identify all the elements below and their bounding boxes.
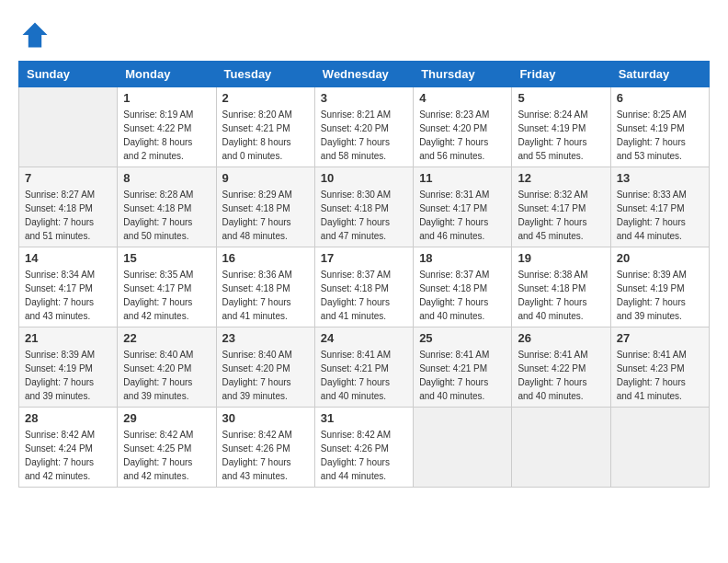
calendar-cell: 14Sunrise: 8:34 AM Sunset: 4:17 PM Dayli… [19, 247, 118, 327]
day-number: 28 [25, 411, 111, 425]
calendar-cell: 25Sunrise: 8:41 AM Sunset: 4:21 PM Dayli… [414, 327, 512, 408]
column-header-thursday: Thursday [414, 62, 512, 87]
day-number: 13 [617, 171, 703, 185]
day-info: Sunrise: 8:41 AM Sunset: 4:21 PM Dayligh… [321, 348, 407, 403]
day-number: 8 [123, 171, 210, 185]
day-info: Sunrise: 8:42 AM Sunset: 4:26 PM Dayligh… [321, 428, 407, 483]
day-info: Sunrise: 8:41 AM Sunset: 4:22 PM Dayligh… [518, 348, 604, 403]
calendar-cell: 6Sunrise: 8:25 AM Sunset: 4:19 PM Daylig… [610, 87, 709, 167]
day-info: Sunrise: 8:40 AM Sunset: 4:20 PM Dayligh… [222, 348, 309, 403]
day-number: 9 [222, 171, 309, 185]
column-header-monday: Monday [118, 62, 216, 87]
calendar-cell: 31Sunrise: 8:42 AM Sunset: 4:26 PM Dayli… [314, 408, 413, 488]
day-number: 31 [321, 411, 407, 425]
day-number: 16 [222, 251, 309, 265]
day-info: Sunrise: 8:25 AM Sunset: 4:19 PM Dayligh… [617, 108, 703, 163]
calendar-cell: 5Sunrise: 8:24 AM Sunset: 4:19 PM Daylig… [512, 87, 610, 167]
calendar-cell [19, 87, 118, 167]
column-header-wednesday: Wednesday [314, 62, 413, 87]
calendar-cell: 2Sunrise: 8:20 AM Sunset: 4:21 PM Daylig… [216, 87, 314, 167]
calendar-cell: 29Sunrise: 8:42 AM Sunset: 4:25 PM Dayli… [118, 408, 216, 488]
column-header-saturday: Saturday [610, 62, 709, 87]
day-info: Sunrise: 8:28 AM Sunset: 4:18 PM Dayligh… [123, 188, 210, 243]
day-info: Sunrise: 8:40 AM Sunset: 4:20 PM Dayligh… [123, 348, 210, 403]
day-info: Sunrise: 8:42 AM Sunset: 4:24 PM Dayligh… [25, 428, 111, 483]
calendar-cell: 22Sunrise: 8:40 AM Sunset: 4:20 PM Dayli… [118, 327, 216, 408]
day-info: Sunrise: 8:29 AM Sunset: 4:18 PM Dayligh… [222, 188, 309, 243]
day-number: 30 [222, 411, 309, 425]
day-number: 19 [518, 251, 604, 265]
calendar-cell [610, 408, 709, 488]
calendar-cell: 12Sunrise: 8:32 AM Sunset: 4:17 PM Dayli… [512, 167, 610, 247]
day-number: 15 [123, 251, 210, 265]
calendar-cell [512, 408, 610, 488]
day-info: Sunrise: 8:38 AM Sunset: 4:18 PM Dayligh… [518, 268, 604, 323]
calendar-cell: 8Sunrise: 8:28 AM Sunset: 4:18 PM Daylig… [118, 167, 216, 247]
day-number: 1 [123, 91, 210, 105]
day-number: 23 [222, 331, 309, 345]
day-number: 6 [617, 91, 703, 105]
day-number: 29 [123, 411, 210, 425]
calendar-cell: 26Sunrise: 8:41 AM Sunset: 4:22 PM Dayli… [512, 327, 610, 408]
day-number: 11 [419, 171, 506, 185]
day-number: 14 [25, 251, 111, 265]
calendar-table: SundayMondayTuesdayWednesdayThursdayFrid… [18, 61, 710, 488]
day-info: Sunrise: 8:41 AM Sunset: 4:23 PM Dayligh… [617, 348, 703, 403]
calendar-cell: 30Sunrise: 8:42 AM Sunset: 4:26 PM Dayli… [216, 408, 314, 488]
day-number: 21 [25, 331, 111, 345]
day-number: 24 [321, 331, 407, 345]
day-number: 4 [419, 91, 506, 105]
calendar-cell: 4Sunrise: 8:23 AM Sunset: 4:20 PM Daylig… [414, 87, 512, 167]
day-info: Sunrise: 8:19 AM Sunset: 4:22 PM Dayligh… [123, 108, 210, 163]
day-info: Sunrise: 8:32 AM Sunset: 4:17 PM Dayligh… [518, 188, 604, 243]
calendar-cell: 11Sunrise: 8:31 AM Sunset: 4:17 PM Dayli… [414, 167, 512, 247]
day-info: Sunrise: 8:20 AM Sunset: 4:21 PM Dayligh… [222, 108, 309, 163]
column-header-tuesday: Tuesday [216, 62, 314, 87]
day-info: Sunrise: 8:37 AM Sunset: 4:18 PM Dayligh… [321, 268, 407, 323]
calendar-cell: 24Sunrise: 8:41 AM Sunset: 4:21 PM Dayli… [314, 327, 413, 408]
day-number: 12 [518, 171, 604, 185]
calendar-cell: 21Sunrise: 8:39 AM Sunset: 4:19 PM Dayli… [19, 327, 118, 408]
day-number: 18 [419, 251, 506, 265]
day-info: Sunrise: 8:37 AM Sunset: 4:18 PM Dayligh… [419, 268, 506, 323]
logo-icon [18, 18, 51, 52]
day-info: Sunrise: 8:24 AM Sunset: 4:19 PM Dayligh… [518, 108, 604, 163]
calendar-cell: 20Sunrise: 8:39 AM Sunset: 4:19 PM Dayli… [610, 247, 709, 327]
logo [18, 18, 55, 52]
day-info: Sunrise: 8:33 AM Sunset: 4:17 PM Dayligh… [617, 188, 703, 243]
day-number: 2 [222, 91, 309, 105]
calendar-week-row: 1Sunrise: 8:19 AM Sunset: 4:22 PM Daylig… [19, 87, 710, 167]
calendar-header-row: SundayMondayTuesdayWednesdayThursdayFrid… [19, 62, 710, 87]
calendar-cell: 15Sunrise: 8:35 AM Sunset: 4:17 PM Dayli… [118, 247, 216, 327]
day-info: Sunrise: 8:31 AM Sunset: 4:17 PM Dayligh… [419, 188, 506, 243]
day-info: Sunrise: 8:36 AM Sunset: 4:18 PM Dayligh… [222, 268, 309, 323]
day-info: Sunrise: 8:21 AM Sunset: 4:20 PM Dayligh… [321, 108, 407, 163]
calendar-week-row: 21Sunrise: 8:39 AM Sunset: 4:19 PM Dayli… [19, 327, 710, 408]
day-info: Sunrise: 8:39 AM Sunset: 4:19 PM Dayligh… [617, 268, 703, 323]
day-info: Sunrise: 8:42 AM Sunset: 4:26 PM Dayligh… [222, 428, 309, 483]
calendar-cell: 7Sunrise: 8:27 AM Sunset: 4:18 PM Daylig… [19, 167, 118, 247]
day-info: Sunrise: 8:23 AM Sunset: 4:20 PM Dayligh… [419, 108, 506, 163]
calendar-week-row: 7Sunrise: 8:27 AM Sunset: 4:18 PM Daylig… [19, 167, 710, 247]
calendar-cell: 13Sunrise: 8:33 AM Sunset: 4:17 PM Dayli… [610, 167, 709, 247]
column-header-sunday: Sunday [19, 62, 118, 87]
day-number: 3 [321, 91, 407, 105]
day-info: Sunrise: 8:41 AM Sunset: 4:21 PM Dayligh… [419, 348, 506, 403]
day-number: 17 [321, 251, 407, 265]
day-number: 20 [617, 251, 703, 265]
calendar-cell: 23Sunrise: 8:40 AM Sunset: 4:20 PM Dayli… [216, 327, 314, 408]
day-info: Sunrise: 8:34 AM Sunset: 4:17 PM Dayligh… [25, 268, 111, 323]
day-info: Sunrise: 8:42 AM Sunset: 4:25 PM Dayligh… [123, 428, 210, 483]
day-info: Sunrise: 8:39 AM Sunset: 4:19 PM Dayligh… [25, 348, 111, 403]
calendar-cell: 1Sunrise: 8:19 AM Sunset: 4:22 PM Daylig… [118, 87, 216, 167]
calendar-week-row: 14Sunrise: 8:34 AM Sunset: 4:17 PM Dayli… [19, 247, 710, 327]
day-number: 27 [617, 331, 703, 345]
calendar-cell: 27Sunrise: 8:41 AM Sunset: 4:23 PM Dayli… [610, 327, 709, 408]
calendar-cell: 10Sunrise: 8:30 AM Sunset: 4:18 PM Dayli… [314, 167, 413, 247]
day-number: 22 [123, 331, 210, 345]
calendar-cell: 18Sunrise: 8:37 AM Sunset: 4:18 PM Dayli… [414, 247, 512, 327]
calendar-cell: 16Sunrise: 8:36 AM Sunset: 4:18 PM Dayli… [216, 247, 314, 327]
day-info: Sunrise: 8:30 AM Sunset: 4:18 PM Dayligh… [321, 188, 407, 243]
column-header-friday: Friday [512, 62, 610, 87]
page-header [18, 18, 710, 52]
